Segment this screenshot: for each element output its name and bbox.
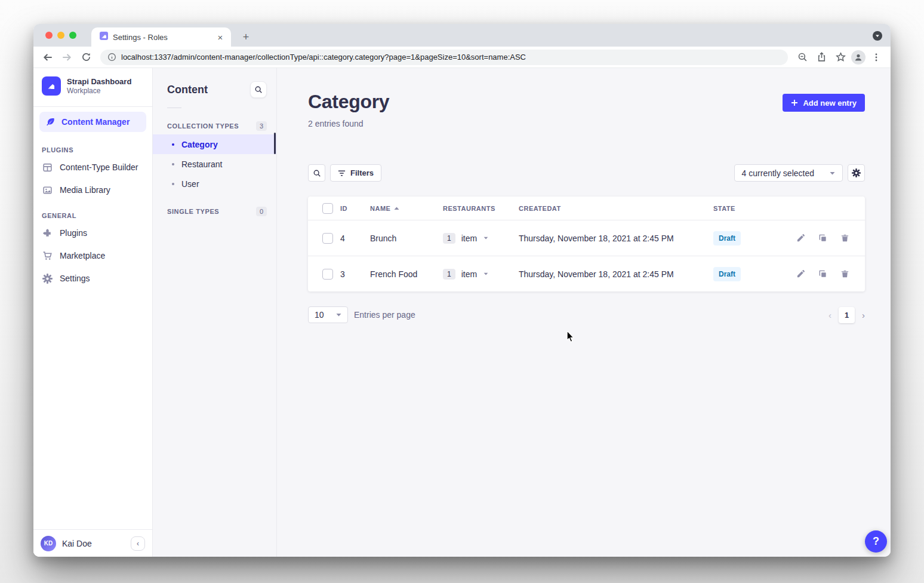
tab-title: Settings - Roles [113, 33, 211, 42]
sidebar-item-media-library[interactable]: Media Library [33, 179, 152, 201]
tab-strip: Settings - Roles × + [33, 24, 891, 47]
info-icon[interactable] [107, 53, 116, 62]
duplicate-icon [818, 269, 827, 278]
browser-profile-button[interactable] [851, 50, 866, 65]
divider [33, 106, 152, 107]
next-page-button[interactable]: › [862, 310, 865, 320]
filters-label: Filters [350, 168, 374, 177]
sidebar-section-general: GENERAL [33, 201, 152, 222]
row-checkbox[interactable] [322, 269, 333, 280]
cell-name: French Food [370, 269, 443, 279]
subnav-item-label: Restaurant [181, 159, 222, 169]
chevron-down-icon [336, 313, 341, 317]
sidebar-item-content-manager[interactable]: Content Manager [39, 112, 146, 132]
delete-entry-button[interactable] [840, 269, 849, 278]
column-header-label: NAME [370, 205, 390, 212]
subnav-item-user[interactable]: User [153, 174, 276, 194]
relation-label: item [461, 269, 477, 279]
share-button[interactable] [813, 49, 830, 66]
arrow-left-icon [42, 52, 53, 63]
forward-button[interactable] [58, 49, 75, 66]
edit-entry-button[interactable] [796, 269, 805, 278]
state-badge: Draft [713, 231, 741, 246]
table-header-row: ID NAME RESTAURANTS CREATEDAT STATE [308, 197, 865, 220]
column-header-id[interactable]: ID [340, 205, 370, 212]
sort-ascending-icon [394, 207, 399, 210]
table-settings-button[interactable] [848, 164, 865, 182]
duplicate-entry-button[interactable] [818, 234, 827, 243]
browser-tab[interactable]: Settings - Roles × [91, 27, 231, 47]
arrow-right-icon [61, 52, 72, 63]
search-icon [313, 169, 321, 177]
zoom-out-button[interactable] [794, 49, 811, 66]
entries-per-page-label: Entries per page [354, 310, 415, 320]
previous-page-button[interactable]: ‹ [828, 310, 831, 320]
subnav-item-restaurant[interactable]: Restaurant [153, 154, 276, 174]
browser-menu-button[interactable] [868, 49, 885, 66]
close-window-button[interactable] [45, 32, 53, 39]
url-text[interactable]: localhost:1337/admin/content-manager/col… [121, 53, 526, 62]
column-header-restaurants[interactable]: RESTAURANTS [443, 205, 519, 212]
tab-search-button[interactable] [873, 31, 882, 41]
relation-count-badge: 1 [443, 269, 455, 280]
bullet-icon [172, 143, 174, 146]
gear-icon [852, 168, 861, 177]
column-header-state[interactable]: STATE [713, 205, 780, 212]
url-bar[interactable]: localhost:1337/admin/content-manager/col… [100, 50, 788, 65]
help-button[interactable]: ? [865, 530, 887, 553]
duplicate-entry-button[interactable] [818, 269, 827, 278]
page-size-dropdown[interactable]: 10 [308, 306, 348, 323]
columns-selected-dropdown[interactable]: 4 currently selected [734, 164, 843, 182]
cell-restaurants[interactable]: 1 item [443, 269, 519, 280]
zoom-window-button[interactable] [69, 32, 76, 39]
new-tab-button[interactable]: + [239, 30, 253, 44]
edit-entry-button[interactable] [796, 234, 805, 243]
chevron-down-icon [483, 272, 488, 275]
table-row[interactable]: 4 Brunch 1 item Thursday, November 18, 2… [308, 220, 865, 256]
sidebar-item-label: Content-Type Builder [60, 162, 138, 172]
row-checkbox[interactable] [322, 233, 333, 244]
sidebar-item-plugins[interactable]: Plugins [33, 222, 152, 244]
subnav-item-category[interactable]: Category [153, 134, 276, 154]
sidebar-item-label: Marketplace [60, 251, 105, 260]
column-header-createdat[interactable]: CREATEDAT [519, 205, 713, 212]
sidebar-item-content-type-builder[interactable]: Content-Type Builder [33, 156, 152, 179]
picture-icon [42, 185, 53, 195]
cell-restaurants[interactable]: 1 item [443, 233, 519, 244]
tab-close-icon[interactable]: × [215, 32, 225, 42]
current-page-button[interactable]: 1 [839, 307, 855, 323]
page-title: Category [308, 91, 389, 113]
strapi-logo-icon [42, 76, 61, 96]
sidebar-item-settings[interactable]: Settings [33, 267, 152, 290]
share-icon [817, 52, 827, 62]
table-search-button[interactable] [308, 164, 325, 182]
traffic-lights [45, 32, 76, 39]
zoom-out-icon [797, 52, 808, 62]
column-header-name[interactable]: NAME [370, 205, 443, 212]
add-new-entry-label: Add new entry [803, 99, 857, 108]
subnav-scrollbar-thumb[interactable] [274, 133, 276, 154]
subnav-search-button[interactable] [250, 81, 267, 98]
reload-button[interactable] [78, 49, 94, 66]
bookmark-button[interactable] [832, 49, 849, 66]
back-button[interactable] [39, 49, 56, 66]
select-all-checkbox[interactable] [322, 203, 333, 214]
search-icon [254, 85, 263, 94]
user-avatar[interactable]: KD [41, 536, 56, 551]
filters-button[interactable]: Filters [330, 164, 381, 182]
delete-entry-button[interactable] [840, 234, 849, 243]
collapse-sidebar-button[interactable]: ‹ [131, 536, 145, 551]
add-new-entry-button[interactable]: Add new entry [783, 94, 865, 112]
cell-id: 4 [340, 234, 370, 243]
sidebar-item-marketplace[interactable]: Marketplace [33, 244, 152, 267]
table-row[interactable]: 3 French Food 1 item Thursday, November … [308, 256, 865, 292]
chevron-down-icon [483, 237, 488, 240]
divider [167, 108, 181, 108]
gear-icon [42, 274, 53, 284]
page-size-value: 10 [315, 310, 324, 320]
collection-types-count-badge: 3 [256, 121, 267, 131]
single-types-count-badge: 0 [256, 207, 267, 216]
minimize-window-button[interactable] [57, 32, 64, 39]
workspace-header[interactable]: Strapi Dashboard Workplace [33, 68, 152, 103]
browser-window: Settings - Roles × + localhost:1337/admi… [33, 24, 891, 557]
